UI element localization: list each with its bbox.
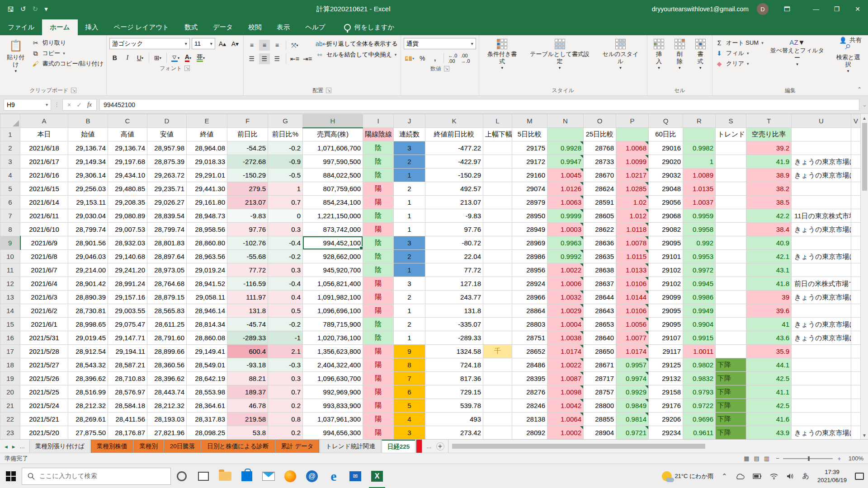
- cortana-button[interactable]: [171, 464, 193, 488]
- cell[interactable]: 1.0029: [547, 304, 584, 318]
- cell[interactable]: 1.02: [616, 196, 649, 209]
- cell[interactable]: 8: [394, 358, 425, 372]
- cell[interactable]: 131.8: [425, 304, 483, 318]
- cell[interactable]: 上幅下幅: [483, 128, 512, 141]
- cell[interactable]: 28966: [512, 291, 547, 304]
- cell[interactable]: 2,404,322,400: [303, 358, 363, 372]
- cell[interactable]: 11日の東京株式市場は: [792, 209, 851, 223]
- cell[interactable]: 陰: [363, 250, 394, 263]
- cell[interactable]: [792, 236, 851, 250]
- cell[interactable]: 29125: [649, 358, 683, 372]
- cell[interactable]: 28717: [584, 372, 616, 385]
- cell[interactable]: [851, 372, 861, 385]
- borders-icon[interactable]: ⊞ ▾: [152, 52, 163, 63]
- cell[interactable]: 29,046.03: [68, 250, 108, 263]
- cell[interactable]: [851, 155, 861, 169]
- cell[interactable]: 28643: [584, 304, 616, 318]
- cell[interactable]: 28,576.97: [108, 385, 147, 399]
- name-box[interactable]: H9▾: [4, 99, 51, 111]
- cell[interactable]: 28653: [584, 318, 616, 331]
- row-header-11[interactable]: 11: [0, 263, 20, 277]
- column-header-V[interactable]: V: [851, 114, 861, 128]
- cell[interactable]: 44.1: [746, 358, 792, 372]
- format-as-table-button[interactable]: テーブルとして書式設定▾: [525, 37, 594, 72]
- cell[interactable]: 1324.58: [425, 345, 483, 358]
- cell[interactable]: 陰: [363, 236, 394, 250]
- cell[interactable]: 1,356,623,800: [303, 345, 363, 358]
- cell[interactable]: [716, 263, 746, 277]
- cell[interactable]: 28,791.60: [147, 331, 187, 345]
- cell[interactable]: 2021/6/15: [20, 182, 68, 196]
- row-header-15[interactable]: 15: [0, 318, 20, 331]
- align-left-icon[interactable]: ☰: [246, 53, 257, 64]
- cell[interactable]: 28640: [584, 331, 616, 345]
- cell[interactable]: 2021/6/10: [20, 223, 68, 236]
- cell[interactable]: 2021/5/26: [20, 372, 68, 385]
- row-header-23[interactable]: 23: [0, 426, 20, 440]
- cell[interactable]: 817.36: [425, 372, 483, 385]
- tab-scroll-right-icon[interactable]: ▸: [12, 443, 15, 450]
- firefox-button[interactable]: [279, 464, 301, 488]
- cell[interactable]: 28950: [512, 209, 547, 223]
- cell[interactable]: 28,212.32: [147, 399, 187, 413]
- cell[interactable]: 131.8: [227, 304, 268, 318]
- cell[interactable]: 29206: [649, 413, 683, 426]
- select-all-corner[interactable]: [0, 114, 20, 128]
- cell[interactable]: 29,208.35: [108, 196, 147, 209]
- cell[interactable]: 29,058.11: [187, 291, 227, 304]
- cell[interactable]: 28,584.18: [108, 399, 147, 413]
- row-header-2[interactable]: 2: [0, 141, 20, 155]
- cell[interactable]: 28,860.80: [187, 236, 227, 250]
- cell[interactable]: 陰: [363, 141, 394, 155]
- cell[interactable]: 28,710.83: [108, 372, 147, 385]
- cell[interactable]: 1.0174: [547, 345, 584, 358]
- cell[interactable]: 陰: [363, 331, 394, 345]
- cell[interactable]: 28,973.05: [147, 263, 187, 277]
- clipboard-dialog-launcher[interactable]: ↘: [71, 88, 76, 93]
- orientation-icon[interactable]: ⤧ ▾: [289, 40, 300, 51]
- font-color-icon[interactable]: A ▾: [183, 52, 193, 63]
- cell[interactable]: 39.2: [746, 141, 792, 155]
- cell[interactable]: 0.9957: [616, 358, 649, 372]
- cell[interactable]: [792, 358, 851, 372]
- cell[interactable]: 28,964.08: [187, 141, 227, 155]
- cell[interactable]: 3: [394, 236, 425, 250]
- autosum-button[interactable]: Σオート SUM ▾: [715, 39, 764, 47]
- cell[interactable]: [716, 277, 746, 291]
- cell[interactable]: -335.07: [425, 318, 483, 331]
- ime-indicator[interactable]: あ: [798, 464, 813, 488]
- cell[interactable]: 2.1: [268, 345, 303, 358]
- cell[interactable]: 陽: [363, 345, 394, 358]
- cell[interactable]: [483, 155, 512, 169]
- mail-button[interactable]: [258, 464, 279, 488]
- alignment-dialog-launcher[interactable]: ↘: [326, 88, 331, 93]
- cell[interactable]: 38.9: [746, 169, 792, 182]
- format-cells-button[interactable]: 書式▾: [691, 37, 709, 72]
- cell[interactable]: 29016: [649, 141, 683, 155]
- onedrive-icon[interactable]: [731, 464, 749, 488]
- cell[interactable]: 29,157.16: [108, 291, 147, 304]
- cell[interactable]: 29,235.71: [147, 182, 187, 196]
- customize-qat-icon[interactable]: ▾: [44, 5, 48, 13]
- cell[interactable]: 0.9972: [683, 263, 716, 277]
- cell[interactable]: 1.0022: [547, 358, 584, 372]
- cell[interactable]: [483, 291, 512, 304]
- cell[interactable]: [483, 372, 512, 385]
- row-header-22[interactable]: 22: [0, 413, 20, 426]
- cell[interactable]: 38.4: [746, 223, 792, 236]
- cell[interactable]: 29095: [649, 318, 683, 331]
- cell[interactable]: 25日比較: [584, 128, 616, 141]
- row-header-21[interactable]: 21: [0, 399, 20, 413]
- cell[interactable]: 28246: [512, 399, 547, 413]
- cell[interactable]: [792, 345, 851, 358]
- cell[interactable]: 連続数: [394, 128, 425, 141]
- cell[interactable]: 29082: [649, 223, 683, 236]
- font-size-combo[interactable]: 11▾: [192, 38, 215, 49]
- column-header-T[interactable]: T: [746, 114, 792, 128]
- cell[interactable]: 41.8: [746, 277, 792, 291]
- cell[interactable]: 0.9963: [547, 236, 584, 250]
- zoom-slider[interactable]: − ＋: [776, 455, 842, 463]
- cell[interactable]: 0.992: [683, 236, 716, 250]
- clock[interactable]: 17:392021/06/19: [813, 464, 851, 488]
- cell[interactable]: 1.0098: [547, 385, 584, 399]
